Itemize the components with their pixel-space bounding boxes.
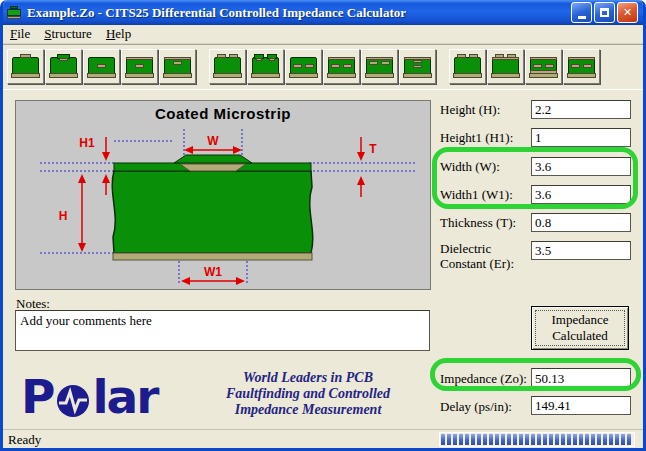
toolbar-button-diff-embedded-microstrip[interactable] — [285, 49, 322, 84]
delay-output — [531, 396, 631, 415]
toolbar-button-diff-coated-microstrip[interactable] — [247, 49, 284, 84]
tagline-line1: World Leaders in PCB — [208, 370, 408, 386]
dielectric-label: Dielectric Constant (Er): — [440, 241, 532, 271]
toolbar-button-diff-offset-coplanar[interactable] — [563, 49, 600, 84]
menu-structure[interactable]: Structure — [37, 25, 99, 43]
progress-segment — [585, 434, 589, 445]
logo-text-start: P — [21, 369, 53, 424]
toolbar-button-coated-microstrip[interactable] — [45, 49, 82, 84]
diff-offset-coplanar-icon — [568, 54, 595, 79]
progress-segment — [621, 434, 625, 445]
maximize-button[interactable] — [594, 2, 615, 23]
progress-segment — [483, 434, 487, 445]
progress-segment — [447, 434, 451, 445]
progress-segment — [507, 434, 511, 445]
height1-label: Height1 (H1): — [440, 130, 532, 145]
brand-tagline: World Leaders in PCB Faultfinding and Co… — [208, 370, 408, 418]
progress-segment — [567, 434, 571, 445]
menu-file[interactable]: File — [3, 25, 37, 43]
progress-segment — [519, 434, 523, 445]
diff-offset-stripline-icon — [366, 54, 393, 79]
coating-bump — [174, 155, 252, 163]
diff-coated-microstrip-icon — [252, 54, 279, 79]
app-icon — [6, 5, 22, 21]
dielectric-input[interactable] — [531, 241, 631, 260]
pcb-cross-section — [112, 155, 312, 260]
menu-help[interactable]: Help — [99, 25, 138, 43]
diff-coated-coplanar-icon — [492, 54, 519, 79]
logo-pulse-icon — [55, 383, 91, 419]
progress-segment — [609, 434, 613, 445]
progress-segment — [477, 434, 481, 445]
thickness-label: Thickness (T): — [440, 215, 532, 230]
toolbar-button-embedded-microstrip[interactable] — [83, 49, 120, 84]
progress-segment — [459, 434, 463, 445]
coated-microstrip-diagram: W W1 H H1 T — [16, 101, 430, 289]
minimize-button[interactable] — [571, 2, 592, 23]
toolbar-button-diff-broadside-stripline[interactable] — [399, 49, 436, 84]
width-label: Width (W): — [440, 159, 532, 174]
width1-input[interactable] — [531, 185, 631, 204]
progress-segment — [603, 434, 607, 445]
surface-microstrip-icon — [12, 54, 39, 79]
progress-segment — [627, 434, 631, 445]
toolbar-button-diff-offset-stripline[interactable] — [361, 49, 398, 84]
progress-segment — [465, 434, 469, 445]
offset-stripline-icon — [164, 54, 191, 79]
dim-label-h1: H1 — [79, 136, 95, 150]
thickness-input[interactable] — [531, 213, 631, 232]
ground-plane — [113, 253, 312, 260]
diagram-panel: Coated Microstrip — [15, 100, 431, 290]
toolbar-button-surface-microstrip[interactable] — [7, 49, 44, 84]
width-input[interactable] — [531, 157, 631, 176]
notes-input[interactable]: Add your comments here — [15, 310, 430, 351]
toolbar-button-diff-stripline-coplanar[interactable] — [525, 49, 562, 84]
width1-label: Width1 (W1): — [440, 187, 532, 202]
impedance-output — [531, 368, 631, 389]
tagline-line3: Impedance Measurement — [208, 402, 408, 418]
progress-segment — [615, 434, 619, 445]
coated-microstrip-icon — [50, 54, 77, 79]
progress-segment — [513, 434, 517, 445]
toolbar-button-diff-stripline[interactable] — [323, 49, 360, 84]
progress-segment — [489, 434, 493, 445]
status-text: Ready — [8, 432, 41, 448]
progress-segment — [543, 434, 547, 445]
impedance-calculated-button[interactable]: Impedance Calculated — [531, 306, 629, 350]
progress-segment — [561, 434, 565, 445]
diff-embedded-microstrip-icon — [290, 54, 317, 79]
progress-segment — [531, 434, 535, 445]
focus-rect — [535, 310, 625, 346]
toolbar-button-diff-coated-coplanar[interactable] — [487, 49, 524, 84]
stripline-icon — [126, 54, 153, 79]
close-icon: ✕ — [623, 7, 632, 18]
diff-stripline-coplanar-icon — [530, 54, 557, 79]
height-input[interactable] — [531, 100, 631, 119]
progress-segment — [579, 434, 583, 445]
toolbar-button-offset-stripline[interactable] — [159, 49, 196, 84]
titlebar[interactable]: Example.Zo - CITS25 Differential Control… — [0, 0, 646, 25]
client-area: Coated Microstrip — [3, 90, 643, 429]
toolbar-button-diff-surface-microstrip[interactable] — [209, 49, 246, 84]
window-title: Example.Zo - CITS25 Differential Control… — [27, 5, 406, 21]
diagram-title: Coated Microstrip — [16, 105, 430, 122]
trace — [180, 164, 246, 171]
structure-toolbar — [3, 44, 643, 90]
polar-logo: Plar — [21, 372, 157, 420]
minimize-icon — [578, 16, 586, 19]
embedded-microstrip-icon — [88, 54, 115, 79]
menubar: File Structure Help — [3, 25, 643, 44]
app-window: Example.Zo - CITS25 Differential Control… — [0, 0, 646, 451]
progress-segment — [501, 434, 505, 445]
diff-surface-coplanar-icon — [454, 54, 481, 79]
tagline-line2: Faultfinding and Controlled — [208, 386, 408, 402]
close-button[interactable]: ✕ — [617, 2, 638, 23]
progress-segment — [471, 434, 475, 445]
toolbar-button-diff-surface-coplanar[interactable] — [449, 49, 486, 84]
statusbar: Ready — [3, 429, 643, 448]
height1-input[interactable] — [531, 128, 631, 147]
diff-broadside-stripline-icon — [404, 54, 431, 79]
progress-segment — [441, 434, 445, 445]
toolbar-button-stripline[interactable] — [121, 49, 158, 84]
progress-segment — [549, 434, 553, 445]
